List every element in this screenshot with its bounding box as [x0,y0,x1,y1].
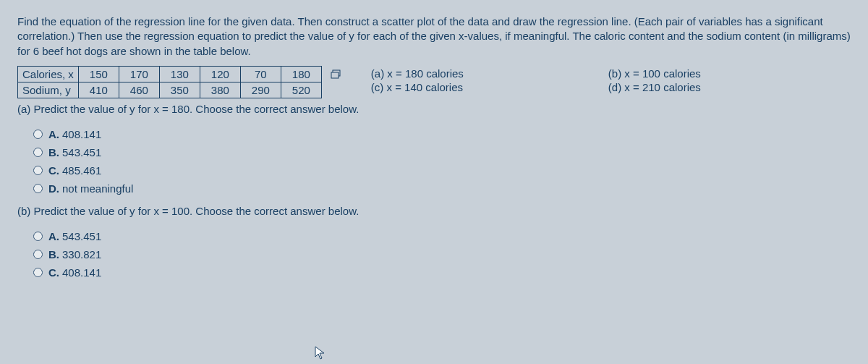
cell: 290 [240,82,281,98]
option-a-A[interactable]: A.408.141 [33,128,851,140]
x-value-b: (b) x = 100 calories [608,67,701,80]
cell: 180 [281,66,321,82]
cell: 460 [119,82,159,98]
option-letter: C. [48,164,59,177]
row-header-sodium: Sodium, y [18,82,79,98]
option-letter: A. [48,128,59,140]
option-b-A[interactable]: A.543.451 [33,230,851,242]
option-text: 408.141 [62,266,101,279]
option-text: 330.821 [62,248,101,261]
question-b-options: A.543.451 B.330.821 C.408.141 [17,230,851,279]
data-table: Calories, x 150 170 130 120 70 180 Sodiu… [17,66,322,98]
radio-icon[interactable] [33,250,43,259]
option-text: not meaningful [62,182,133,195]
radio-icon[interactable] [33,166,43,175]
data-row: Calories, x 150 170 130 120 70 180 Sodiu… [17,66,851,98]
cell: 130 [159,66,200,82]
option-letter: B. [48,146,59,158]
cell: 350 [159,82,200,98]
question-b-prompt: (b) Predict the value of y for x = 100. … [17,205,851,217]
option-letter: C. [48,266,59,279]
radio-icon[interactable] [33,184,43,193]
radio-icon[interactable] [33,148,43,157]
option-letter: B. [48,248,59,261]
given-x-values: (a) x = 180 calories (c) x = 140 calorie… [371,67,701,93]
option-b-C[interactable]: C.408.141 [33,266,851,279]
option-a-B[interactable]: B.543.451 [33,146,851,158]
radio-icon[interactable] [33,232,43,241]
cell: 410 [78,82,119,98]
cell: 520 [281,82,321,98]
option-text: 543.451 [62,146,101,158]
xvals-col-left: (a) x = 180 calories (c) x = 140 calorie… [371,67,464,93]
row-header-calories: Calories, x [18,66,79,82]
option-text: 543.451 [62,230,101,242]
x-value-c: (c) x = 140 calories [371,81,464,93]
question-a-prompt: (a) Predict the value of y for x = 180. … [17,103,851,115]
cursor-icon [315,346,326,363]
option-letter: D. [48,182,59,195]
xvals-col-right: (b) x = 100 calories (d) x = 210 calorie… [608,67,701,93]
cell: 70 [240,66,281,82]
copy-table-icon[interactable] [331,69,342,82]
cell: 150 [78,66,119,82]
question-a-options: A.408.141 B.543.451 C.485.461 D.not mean… [17,128,851,195]
x-value-a: (a) x = 180 calories [371,67,464,80]
x-value-d: (d) x = 210 calories [608,81,701,93]
option-a-C[interactable]: C.485.461 [33,164,851,177]
svg-rect-1 [331,72,339,78]
option-letter: A. [48,230,59,242]
cell: 120 [200,66,240,82]
option-a-D[interactable]: D.not meaningful [33,182,851,195]
option-b-B[interactable]: B.330.821 [33,248,851,261]
table-row: Sodium, y 410 460 350 380 290 520 [18,82,322,98]
cell: 170 [119,66,159,82]
radio-icon[interactable] [33,268,43,277]
table-row: Calories, x 150 170 130 120 70 180 [18,66,322,82]
option-text: 408.141 [62,128,101,140]
option-text: 485.461 [62,164,101,177]
cell: 380 [200,82,240,98]
radio-icon[interactable] [33,130,43,139]
question-intro: Find the equation of the regression line… [17,14,851,59]
